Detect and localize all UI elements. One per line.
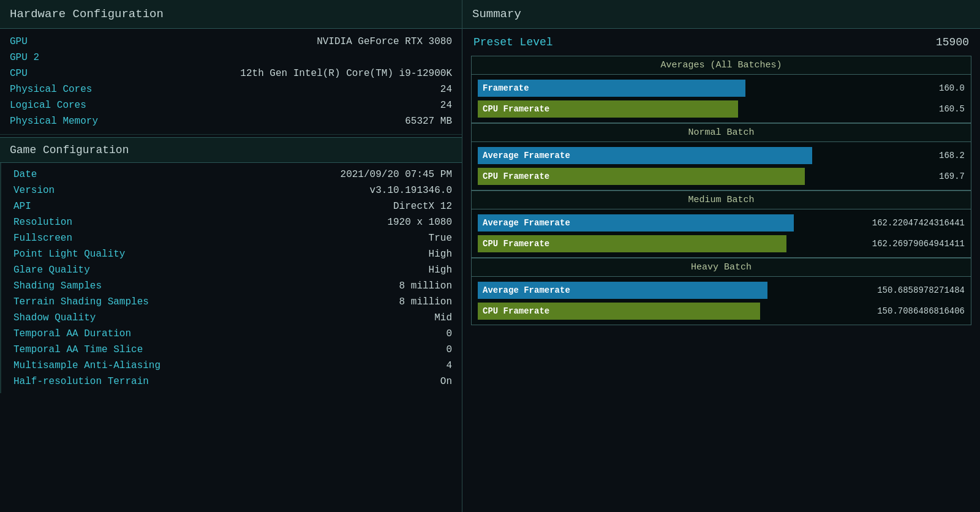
hw-value: NVIDIA GeForce RTX 3080 (317, 36, 452, 47)
hw-value: 65327 MB (405, 116, 452, 127)
batches-container: Averages (All Batches)Framerate160.0CPU … (471, 56, 971, 325)
game-table: Date2021/09/20 07:45 PMVersionv3.10.1913… (0, 163, 462, 393)
game-value: High (429, 265, 452, 276)
bar-container: CPU Framerate (478, 100, 850, 118)
batch-header: Medium Batch (472, 191, 971, 209)
bar-row: CPU Framerate150.7086486816406 (478, 303, 965, 320)
bar-container: Average Framerate (478, 147, 850, 164)
hw-row: Physical Memory65327 MB (0, 113, 462, 129)
game-row: APIDirectX 12 (1, 198, 462, 214)
right-panel: Summary Preset Level 15900 Averages (All… (462, 0, 980, 512)
hw-label: Logical Cores (10, 100, 86, 111)
game-value: 1920 x 1080 (387, 217, 452, 228)
game-value: 4 (446, 360, 452, 371)
hw-label: CPU (10, 68, 28, 79)
bar-value: 160.5 (854, 104, 965, 114)
preset-label: Preset Level (473, 36, 553, 48)
left-panel: Hardware Configuration GPUNVIDIA GeForce… (0, 0, 462, 512)
batch-section: Averages (All Batches)Framerate160.0CPU … (471, 56, 971, 123)
game-label: Multisample Anti-Aliasing (13, 360, 160, 371)
hw-row: GPUNVIDIA GeForce RTX 3080 (0, 34, 462, 50)
game-row: Resolution1920 x 1080 (1, 214, 462, 230)
game-value: 2021/09/20 07:45 PM (341, 169, 452, 180)
game-label: Version (13, 185, 55, 196)
bar-row: Average Framerate162.22047424316441 (478, 214, 965, 232)
bar-value: 162.22047424316441 (854, 218, 965, 228)
game-value: High (429, 249, 452, 260)
bar-green: CPU Framerate (478, 168, 805, 185)
bar-container: CPU Framerate (478, 168, 850, 185)
bar-blue: Average Framerate (478, 282, 767, 299)
game-row: Point Light QualityHigh (1, 246, 462, 262)
bar-container: CPU Framerate (478, 235, 850, 252)
bar-row: CPU Framerate160.5 (478, 100, 965, 118)
hw-row: Physical Cores24 (0, 81, 462, 97)
game-row: Glare QualityHigh (1, 262, 462, 278)
game-row: Shadow QualityMid (1, 310, 462, 326)
preset-value: 15900 (936, 36, 969, 48)
game-value: 8 million (399, 296, 452, 307)
game-row: Terrain Shading Samples8 million (1, 294, 462, 310)
bar-row: CPU Framerate162.26979064941411 (478, 235, 965, 252)
game-label: Date (13, 169, 37, 180)
game-row: Multisample Anti-Aliasing4 (1, 358, 462, 374)
game-value: 0 (446, 344, 452, 355)
hw-row: GPU 2 (0, 50, 462, 66)
batch-rows: Average Framerate162.22047424316441CPU F… (472, 209, 971, 257)
summary-content: Preset Level 15900 Averages (All Batches… (462, 29, 980, 331)
game-label: Shadow Quality (13, 312, 96, 323)
bar-row: Average Framerate168.2 (478, 147, 965, 164)
game-label: Terrain Shading Samples (13, 296, 149, 307)
bar-value: 160.0 (854, 83, 965, 93)
hw-row: CPU12th Gen Intel(R) Core(TM) i9-12900K (0, 66, 462, 81)
bar-container: CPU Framerate (478, 303, 850, 320)
batch-section: Medium BatchAverage Framerate162.2204742… (471, 190, 971, 258)
hw-row: Logical Cores24 (0, 97, 462, 113)
hw-label: GPU (10, 36, 28, 47)
game-row: Versionv3.10.191346.0 (1, 183, 462, 198)
bar-row: Framerate160.0 (478, 80, 965, 97)
game-label: Fullscreen (13, 233, 72, 244)
preset-row: Preset Level 15900 (471, 35, 971, 50)
game-row: Temporal AA Time Slice0 (1, 342, 462, 358)
bar-blue: Average Framerate (478, 214, 794, 232)
game-value: 8 million (399, 280, 452, 292)
batch-section: Normal BatchAverage Framerate168.2CPU Fr… (471, 123, 971, 190)
game-label: Point Light Quality (13, 249, 125, 260)
bar-green: CPU Framerate (478, 303, 760, 320)
game-label: Glare Quality (13, 265, 90, 276)
batch-rows: Framerate160.0CPU Framerate160.5 (472, 75, 971, 122)
bar-container: Average Framerate (478, 214, 850, 232)
hw-label: Physical Cores (10, 84, 92, 95)
bar-value: 162.26979064941411 (854, 239, 965, 249)
bar-value: 169.7 (854, 171, 965, 181)
game-label: Resolution (13, 217, 72, 228)
hw-value: 24 (440, 84, 452, 95)
batch-header: Averages (All Batches) (472, 56, 971, 75)
batch-section: Heavy BatchAverage Framerate150.68589782… (471, 258, 971, 325)
batch-header: Heavy Batch (472, 258, 971, 277)
hw-table: GPUNVIDIA GeForce RTX 3080GPU 2CPU12th G… (0, 29, 462, 135)
bar-green: CPU Framerate (478, 235, 786, 252)
hw-label: GPU 2 (10, 52, 39, 63)
hw-value: 24 (440, 100, 452, 111)
bar-green: CPU Framerate (478, 100, 738, 118)
game-row: Temporal AA Duration0 (1, 326, 462, 342)
batch-rows: Average Framerate150.6858978271484CPU Fr… (472, 277, 971, 325)
hw-value: 12th Gen Intel(R) Core(TM) i9-12900K (240, 68, 452, 79)
bar-value: 150.6858978271484 (854, 285, 965, 295)
game-row: FullscreenTrue (1, 230, 462, 246)
game-label: Temporal AA Duration (13, 328, 131, 339)
game-label: Half-resolution Terrain (13, 376, 149, 387)
game-value: 0 (446, 328, 452, 339)
game-value: DirectX 12 (393, 201, 452, 212)
bar-value: 168.2 (854, 151, 965, 160)
game-row: Half-resolution TerrainOn (1, 374, 462, 390)
bar-blue: Framerate (478, 80, 745, 97)
bar-value: 150.7086486816406 (854, 306, 965, 316)
summary-header: Summary (462, 0, 980, 29)
hw-config-header: Hardware Configuration (0, 0, 462, 29)
game-value: True (429, 233, 452, 244)
bar-container: Framerate (478, 80, 850, 97)
game-value: Mid (434, 312, 452, 323)
